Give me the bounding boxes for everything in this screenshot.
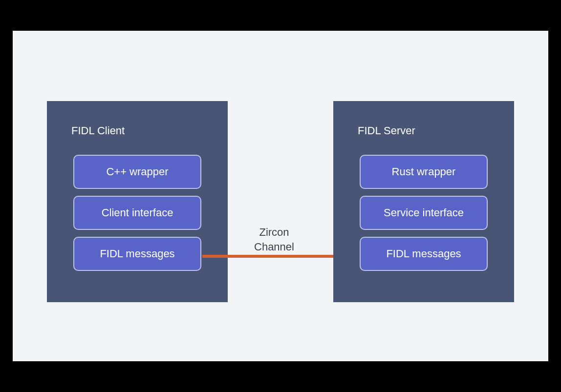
client-layer-messages: FIDL messages (73, 237, 201, 271)
server-layer-interface: Service interface (360, 196, 488, 230)
diagram-canvas: FIDL Client C++ wrapper Client interface… (13, 31, 548, 361)
client-layer-wrapper: C++ wrapper (73, 155, 201, 189)
zircon-channel-connector (202, 255, 346, 258)
server-layer-wrapper: Rust wrapper (360, 155, 488, 189)
channel-label-line1: Zircon (259, 226, 289, 238)
zircon-channel-label: Zircon Channel (228, 225, 321, 254)
client-box-title: FIDL Client (71, 124, 214, 137)
client-layer-interface: Client interface (73, 196, 201, 230)
server-layer-messages: FIDL messages (360, 237, 488, 271)
server-box-title: FIDL Server (358, 124, 500, 137)
fidl-client-box: FIDL Client C++ wrapper Client interface… (47, 101, 228, 302)
fidl-server-box: FIDL Server Rust wrapper Service interfa… (333, 101, 514, 302)
channel-label-line2: Channel (254, 241, 294, 253)
